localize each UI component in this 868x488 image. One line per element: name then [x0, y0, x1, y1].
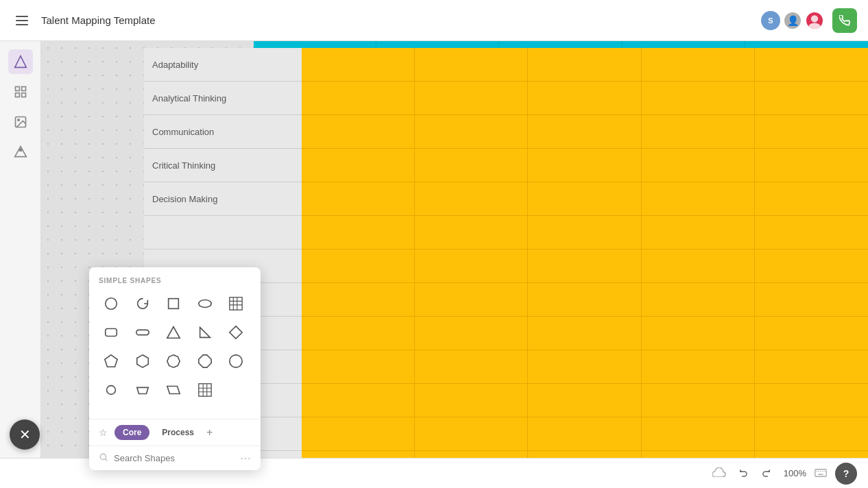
shape-square[interactable] [161, 291, 186, 316]
shapes-section-label: SIMPLE SHAPES [99, 277, 251, 284]
shape-circle[interactable] [99, 291, 123, 316]
row-analytical: Analytical Thinking [144, 82, 302, 115]
svg-marker-2 [14, 56, 26, 68]
svg-rect-6 [21, 93, 25, 97]
tabs-row: ☆ Core Process + [89, 419, 261, 446]
svg-point-11 [106, 298, 117, 310]
shapes-grid [99, 291, 251, 402]
svg-marker-9 [14, 147, 26, 157]
zoom-level: 100% [784, 468, 806, 478]
tab-process[interactable]: Process [154, 425, 202, 440]
shape-rounded-rect[interactable] [99, 320, 123, 345]
header-cell-2 [376, 41, 499, 48]
row-empty1 [144, 216, 302, 249]
svg-point-0 [811, 15, 818, 22]
shape-arc[interactable] [130, 291, 155, 316]
svg-marker-25 [136, 355, 148, 367]
svg-line-38 [106, 459, 108, 461]
shape-ellipse[interactable] [193, 291, 217, 316]
undo-redo-group [734, 464, 775, 483]
header-cell-1 [254, 41, 376, 48]
sidebar-grid-icon[interactable] [8, 80, 33, 104]
menu-button[interactable] [11, 10, 33, 32]
svg-rect-19 [106, 329, 117, 337]
topbar: Talent Mapping Template S 👤 [0, 0, 868, 41]
grid-row-4 [302, 149, 868, 182]
svg-rect-12 [169, 299, 179, 309]
cloud-save-icon[interactable] [712, 467, 726, 480]
sidebar-shapes-icon[interactable] [8, 49, 33, 74]
svg-rect-4 [21, 87, 25, 91]
svg-marker-30 [136, 387, 148, 393]
shape-large-circle[interactable] [224, 349, 248, 374]
hamburger-icon [16, 16, 28, 25]
shape-diamond[interactable] [224, 320, 248, 345]
row-decision: Decision Making [144, 182, 302, 216]
header-cell-5 [745, 41, 868, 48]
svg-rect-32 [199, 384, 211, 396]
sidebar-image-icon[interactable] [8, 110, 33, 134]
svg-marker-23 [230, 326, 242, 339]
canvas-area: Adaptability Analytical Thinking Communi… [41, 41, 868, 488]
avatar-person2[interactable] [805, 11, 824, 30]
help-button[interactable]: ? [835, 463, 857, 485]
svg-marker-27 [199, 355, 211, 367]
shape-panel: SIMPLE SHAPES [89, 267, 261, 470]
close-fab-button[interactable]: ✕ [10, 419, 40, 450]
svg-marker-22 [200, 328, 210, 338]
grid-row-8 [302, 283, 868, 317]
star-icon[interactable]: ☆ [99, 427, 108, 438]
shape-triangle[interactable] [161, 320, 186, 345]
shape-table[interactable] [224, 291, 248, 316]
grid-row-9 [302, 317, 868, 350]
shape-octagon[interactable] [193, 349, 217, 374]
svg-point-8 [17, 119, 19, 121]
table-header-row [254, 41, 868, 48]
row-adaptability: Adaptability [144, 48, 302, 82]
search-shapes-input[interactable] [114, 453, 240, 463]
tab-add-button[interactable]: + [206, 426, 213, 439]
shape-grid-table[interactable] [193, 378, 217, 402]
grid-row-3 [302, 115, 868, 149]
avatar-s[interactable]: S [761, 11, 780, 30]
more-options-icon[interactable]: ⋯ [240, 452, 251, 465]
shape-trapezoid[interactable] [130, 378, 155, 402]
grid-row-2 [302, 82, 868, 115]
svg-point-13 [199, 300, 211, 308]
shape-heptagon[interactable] [161, 349, 186, 374]
svg-marker-24 [105, 355, 117, 367]
shape-pentagon[interactable] [99, 349, 123, 374]
search-row: ⋯ [89, 446, 261, 470]
call-button[interactable] [832, 8, 857, 33]
redo-button[interactable] [756, 464, 775, 483]
grid-row-6 [302, 216, 868, 249]
grid-row-10 [302, 350, 868, 384]
svg-rect-5 [15, 93, 19, 97]
svg-rect-39 [815, 469, 827, 476]
grid-row-12 [302, 417, 868, 451]
keyboard-icon[interactable] [815, 468, 827, 479]
avatar-group: S 👤 [761, 11, 824, 30]
shape-small-circle[interactable] [99, 378, 123, 402]
svg-marker-31 [167, 387, 180, 394]
shape-hexagon[interactable] [130, 349, 155, 374]
sidebar-vector-icon[interactable] [8, 140, 33, 164]
svg-point-10 [19, 149, 21, 151]
undo-button[interactable] [734, 464, 754, 483]
grid-row-7 [302, 249, 868, 283]
svg-point-37 [100, 454, 106, 459]
avatar-person1[interactable]: 👤 [783, 11, 802, 30]
svg-marker-26 [167, 355, 180, 367]
svg-rect-20 [136, 330, 148, 334]
search-icon [99, 452, 108, 464]
shape-right-triangle[interactable] [193, 320, 217, 345]
shape-panel-inner: SIMPLE SHAPES [89, 267, 261, 419]
shape-parallelogram[interactable] [161, 378, 186, 402]
tab-core[interactable]: Core [114, 425, 149, 440]
page-title: Talent Mapping Template [41, 14, 156, 26]
svg-point-29 [107, 386, 116, 395]
shape-rounded-rect-wide[interactable] [130, 320, 155, 345]
grid-row-11 [302, 384, 868, 417]
grid-row-5 [302, 182, 868, 216]
row-critical: Critical Thinking [144, 149, 302, 182]
